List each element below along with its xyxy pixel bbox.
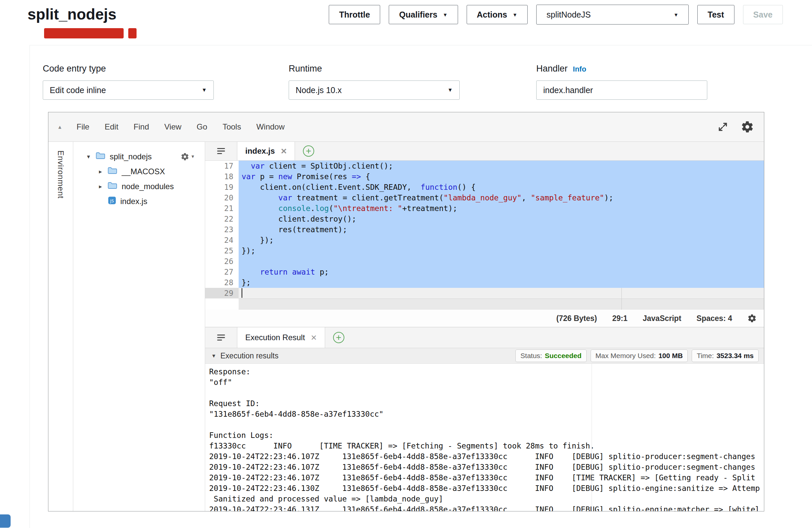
clipped-red-element [44,28,124,39]
chevron-down-icon: ▼ [447,87,453,93]
test-button[interactable]: Test [697,5,735,24]
new-tab-icon[interactable]: + [303,145,314,157]
handler-field: Handler Info [536,63,707,100]
runtime-field: Runtime Node.js 10.x ▼ [289,63,460,100]
menu-window[interactable]: Window [256,122,284,132]
code-line[interactable]: client.on(client.Event.SDK_READY, functi… [238,182,764,192]
qualifiers-button[interactable]: Qualifiers ▼ [389,5,458,24]
folder-icon [96,152,106,162]
save-button[interactable]: Save [743,5,783,24]
gutter-line-number[interactable]: 17 [205,161,238,171]
throttle-button[interactable]: Throttle [329,5,380,24]
code-entry-type-label: Code entry type [43,63,214,74]
status-bar-gear-icon[interactable] [748,314,757,323]
tab-list-icon[interactable] [205,327,237,348]
collapse-editor-icon[interactable]: ▴ [58,123,61,131]
chevron-expanded-icon[interactable]: ▾ [211,352,217,360]
log-line: 2019-10-24T22:23:46.107Z 131e865f-6eb4-4… [209,462,764,472]
tree-item-index-js[interactable]: JS index.js [73,194,205,209]
log-line: 2019-10-24T22:23:46.107Z 131e865f-6eb4-4… [209,472,764,483]
tree-item-label: node_modules [122,182,174,191]
time-badge: Time: 3523.34 ms [692,350,759,362]
gutter-line-number[interactable]: 25 [205,246,238,256]
gutter-line-number[interactable]: 23 [205,224,238,235]
runtime-select[interactable]: Node.js 10.x ▼ [289,80,460,100]
code-line[interactable]: var p = new Promise(res => { [238,171,764,182]
menu-find[interactable]: Find [133,122,149,132]
tree-item-node-modules[interactable]: ▸ node_modules [73,179,205,194]
ide-menu-items: FileEditFindViewGoToolsWindow [76,122,300,132]
code-line[interactable]: }); [238,246,764,256]
memory-badge: Max Memory Used: 100 MB [591,350,688,362]
log-line: 2019-10-24T22:23:46.107Z 131e865f-6eb4-4… [209,451,764,462]
menu-go[interactable]: Go [197,122,207,132]
ide-settings-gear-icon[interactable] [741,120,754,133]
code-line[interactable]: client.destroy(); [238,214,764,224]
file-size-status: (726 Bytes) [556,314,597,323]
new-tab-icon[interactable]: + [333,332,344,343]
code-line[interactable]: var client = SplitObj.client(); [238,161,764,171]
gutter-line-number[interactable]: 22 [205,214,238,224]
editor-column: index.js × + 17181920212223242526272829 … [205,142,764,511]
indentation-status[interactable]: Spaces: 4 [697,314,732,323]
code-line[interactable]: }); [238,235,764,246]
gutter-line-number[interactable]: 20 [205,192,238,203]
status-label: Status: [520,352,542,360]
code-line[interactable]: res(treatment); [238,224,764,235]
actions-button[interactable]: Actions ▼ [467,5,528,24]
menu-edit[interactable]: Edit [105,122,118,132]
gutter-line-number[interactable]: 18 [205,171,238,182]
cursor-position-status[interactable]: 29:1 [612,314,627,323]
code-line[interactable] [238,288,764,298]
code-line[interactable]: return await p; [238,267,764,277]
clipped-blue-element [0,514,11,528]
gutter-line-number[interactable]: 19 [205,182,238,192]
gutter-line-number[interactable]: 29 [205,288,238,298]
function-name-title: split_nodejs [28,5,116,23]
tab-list-icon[interactable] [205,142,237,160]
fullscreen-icon[interactable] [717,121,728,132]
tab-label: index.js [245,146,275,156]
handler-input[interactable] [536,80,707,100]
code-line[interactable]: console.log("\ntreatment: "+treatment); [238,203,764,214]
code-line[interactable]: }; [238,277,764,288]
gutter-line-number[interactable]: 26 [205,256,238,267]
execution-log-output[interactable]: Response:"off"Request ID:"131e865f-6eb4-… [205,364,764,511]
gutter-line-number[interactable]: 21 [205,203,238,214]
chevron-down-icon: ▼ [673,12,679,17]
gutter-line-number[interactable]: 28 [205,277,238,288]
chevron-collapsed-icon: ▸ [97,183,104,190]
svg-text:JS: JS [110,199,114,203]
chevron-down-icon: ▼ [191,154,195,159]
code-gutter: 17181920212223242526272829 [205,161,238,310]
runtime-label: Runtime [289,63,460,74]
close-icon[interactable]: × [311,333,317,342]
header-toolbar: Throttle Qualifiers ▼ Actions ▼ splitNod… [329,5,783,25]
language-mode-status[interactable]: JavaScript [643,314,681,323]
tab-index-js[interactable]: index.js × [237,142,295,160]
test-button-label: Test [708,10,724,19]
menu-view[interactable]: View [164,122,182,132]
time-value: 3523.34 ms [716,352,754,360]
code-entry-type-select[interactable]: Edit code inline ▼ [43,80,214,100]
code-line[interactable]: var treatment = client.getTreatment("lam… [238,192,764,203]
code-editor-area[interactable]: 17181920212223242526272829 var client = … [205,161,764,310]
menu-tools[interactable]: Tools [222,122,241,132]
alias-select[interactable]: splitNodeJS ▼ [536,5,689,25]
code-rows: var client = SplitObj.client();var p = n… [238,161,764,298]
tree-item-split-nodejs[interactable]: ▾ split_nodejs ▼ [73,149,205,164]
code-line[interactable] [238,256,764,267]
tab-execution-result[interactable]: Execution Result × [237,327,325,348]
gutter-line-number[interactable]: 24 [205,235,238,246]
handler-info-link[interactable]: Info [573,65,586,74]
horizontal-scrollbar[interactable] [238,298,764,310]
menu-file[interactable]: File [76,122,89,132]
file-tree: ▾ split_nodejs ▼ ▸ [73,142,205,511]
environment-side-tab[interactable]: Environment [48,142,73,511]
tree-settings-gear-icon[interactable]: ▼ [180,152,195,161]
close-icon[interactable]: × [281,146,287,156]
clipped-red-element [128,28,136,39]
log-line: Sanitized and processed value => [lambda… [209,494,764,504]
tree-item-macosx[interactable]: ▸ __MACOSX [73,164,205,179]
gutter-line-number[interactable]: 27 [205,267,238,277]
